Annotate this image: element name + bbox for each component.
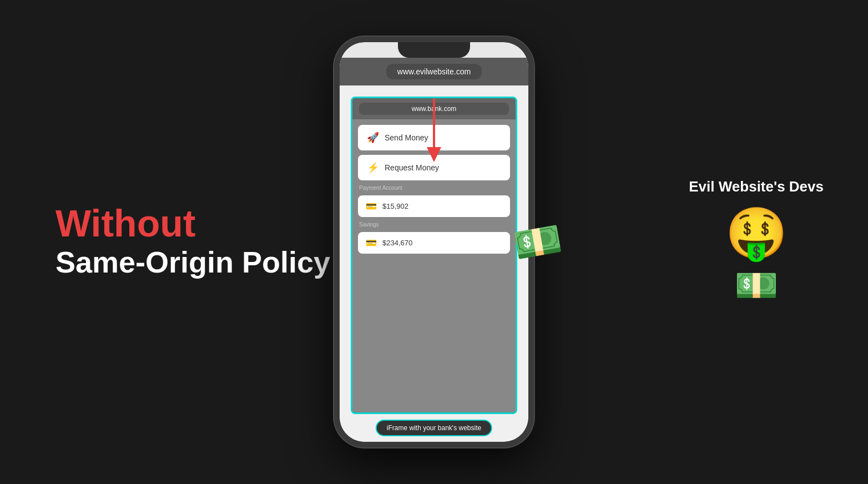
red-arrow-container <box>420 98 448 167</box>
payment-amount: $15,902 <box>382 202 408 210</box>
iframe-label: iFrame with your bank's website <box>376 420 492 436</box>
scene: Without Same-Origin Policy www.evilwebsi… <box>0 0 868 484</box>
without-heading: Without <box>55 204 330 242</box>
money-face-emoji: 🤑 <box>689 204 824 263</box>
left-text-block: Without Same-Origin Policy <box>55 204 330 280</box>
phone-screen: www.evilwebsite.com <box>340 42 528 442</box>
svg-marker-1 <box>427 147 441 162</box>
savings-section: Savings 💳 $234,670 <box>358 221 510 254</box>
send-money-icon: 🚀 <box>367 132 379 144</box>
savings-icon: 💳 <box>366 238 377 248</box>
policy-heading: Same-Origin Policy <box>55 244 330 280</box>
savings-row: 💳 $234,670 <box>358 232 510 254</box>
money-stack-flying: 💵 <box>510 215 566 269</box>
red-arrow-svg <box>420 98 448 165</box>
browser-spacer: www.bank.com 🚀 Send Money ⚡ <box>340 85 528 442</box>
evil-label: Evil Website's Devs <box>689 178 824 195</box>
phone-notch <box>398 42 470 58</box>
payment-account-row: 💳 $15,902 <box>358 195 510 217</box>
money-stack-right: 💵 <box>689 265 824 306</box>
phone: www.evilwebsite.com <box>334 37 534 447</box>
savings-label: Savings <box>358 221 510 228</box>
payment-account-icon: 💳 <box>366 201 377 211</box>
right-text-block: Evil Website's Devs 🤑 💵 <box>689 178 824 306</box>
payment-account-section: Payment Account 💳 $15,902 <box>358 185 510 217</box>
evil-browser-bar: www.evilwebsite.com <box>340 58 528 85</box>
savings-amount: $234,670 <box>382 239 412 247</box>
request-money-icon: ⚡ <box>367 162 379 174</box>
evil-url-bar: www.evilwebsite.com <box>386 64 482 79</box>
payment-account-label: Payment Account <box>358 185 510 191</box>
phone-container: www.evilwebsite.com <box>334 37 534 447</box>
iframe-box: www.bank.com 🚀 Send Money ⚡ <box>351 97 517 414</box>
